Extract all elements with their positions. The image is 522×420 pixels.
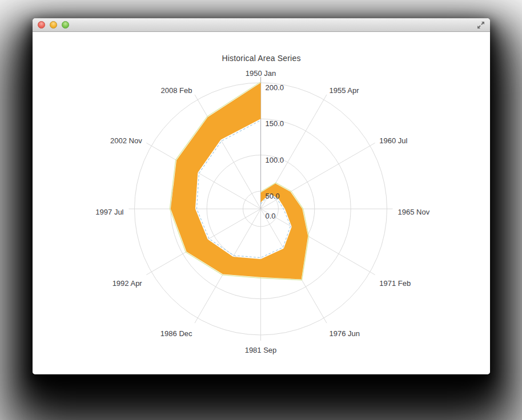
category-label: 1997 Jul [95, 208, 123, 216]
category-label: 1981 Sep [245, 346, 277, 354]
chart-title: Historical Area Series [33, 54, 490, 63]
area-series [171, 83, 308, 279]
app-window: Historical Area Series 0.050.0100.0150.0… [33, 18, 490, 374]
chart-area: Historical Area Series 0.050.0100.0150.0… [33, 32, 490, 374]
category-label: 1955 Apr [330, 86, 360, 95]
category-label: 1992 Apr [113, 279, 143, 288]
category-label: 2008 Feb [161, 86, 192, 95]
category-label: 2002 Nov [110, 136, 142, 145]
radial-tick-label: 0.0 [266, 212, 276, 220]
close-button[interactable] [38, 21, 45, 29]
radial-tick-label: 50.0 [266, 192, 280, 200]
radial-tick-label: 100.0 [266, 156, 284, 164]
radial-tick-label: 200.0 [266, 83, 284, 92]
polar-area-chart: 0.050.0100.0150.0200.01950 Jan1955 Apr19… [33, 32, 490, 374]
window-titlebar[interactable] [33, 18, 490, 32]
category-label: 1950 Jan [246, 69, 276, 78]
category-label: 1971 Feb [379, 279, 411, 288]
radial-tick-label: 150.0 [266, 119, 284, 128]
category-label: 1986 Dec [160, 329, 192, 338]
zoom-button[interactable] [62, 21, 69, 29]
minimize-button[interactable] [50, 21, 57, 29]
fullscreen-icon[interactable] [476, 21, 485, 30]
category-label: 1976 Jun [330, 329, 360, 338]
category-label: 1965 Nov [398, 208, 430, 216]
category-label: 1960 Jul [379, 136, 407, 145]
